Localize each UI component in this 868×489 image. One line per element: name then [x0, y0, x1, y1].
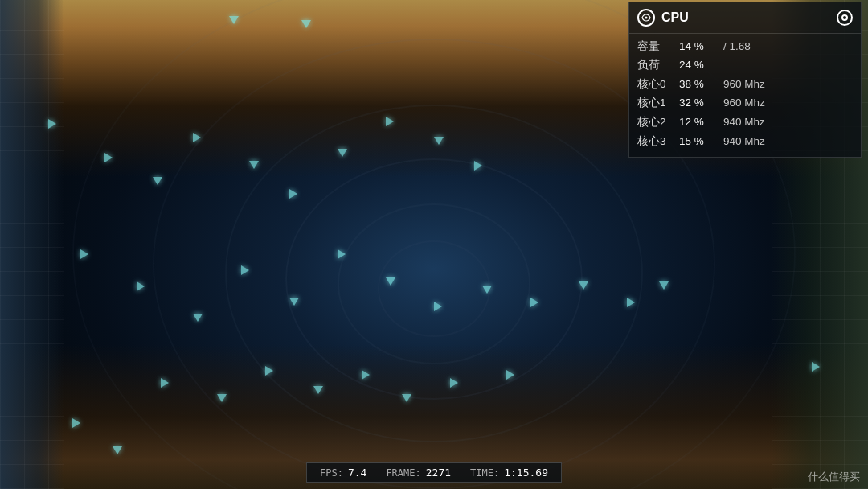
particle-25 — [161, 378, 169, 388]
cpu-row-extra-2: 960 Mhz — [723, 76, 765, 93]
cpu-row-value-5: 15 % — [679, 133, 723, 150]
particle-27 — [265, 366, 273, 376]
particle-1 — [301, 20, 311, 28]
particle-26 — [217, 394, 227, 402]
watermark-text: 什么值得买 — [808, 471, 860, 483]
cpu-row-5: 核心3 15 % 940 Mhz — [637, 132, 853, 151]
cpu-panel-header: CPU — [629, 2, 861, 34]
particle-8 — [338, 149, 347, 157]
cpu-row-1: 负荷 24 % — [637, 55, 853, 75]
record-icon[interactable] — [837, 10, 853, 26]
cpu-row-extra-4: 940 Mhz — [723, 113, 765, 131]
particle-23 — [627, 298, 635, 307]
cpu-row-extra-3: 960 Mhz — [723, 94, 765, 112]
fps-label: FPS: — [320, 467, 343, 479]
particle-14 — [193, 314, 203, 322]
particle-24 — [659, 281, 669, 290]
particle-17 — [338, 249, 346, 259]
fps-item: FPS: 7.4 — [320, 466, 366, 479]
particle-33 — [113, 446, 122, 454]
cpu-row-value-0: 14 % — [679, 38, 723, 55]
cpu-row-4: 核心2 12 % 940 Mhz — [637, 113, 853, 132]
time-item: TIME: 1:15.69 — [470, 466, 548, 479]
particle-35 — [812, 362, 820, 372]
cpu-panel: CPU 容量 14 % / 1.68 负荷 24 % 核心0 38 % 960 … — [628, 2, 862, 158]
particle-31 — [450, 378, 458, 388]
particle-4 — [153, 177, 162, 185]
particle-13 — [137, 281, 145, 291]
particle-22 — [579, 281, 588, 290]
cpu-row-value-3: 32 % — [679, 94, 723, 112]
particle-34 — [506, 370, 514, 380]
particle-15 — [241, 265, 249, 275]
cpu-row-label-5: 核心3 — [637, 133, 679, 150]
side-panel-left — [0, 0, 64, 489]
cpu-row-3: 核心1 32 % 960 Mhz — [637, 93, 853, 113]
cpu-monitor-icon — [637, 9, 655, 27]
particle-19 — [434, 302, 442, 311]
cpu-row-0: 容量 14 % / 1.68 — [637, 37, 853, 56]
particle-11 — [474, 161, 482, 171]
particle-21 — [530, 298, 538, 307]
particle-6 — [249, 161, 259, 169]
particle-7 — [289, 189, 297, 199]
cpu-row-label-2: 核心0 — [637, 76, 679, 93]
particle-3 — [104, 153, 113, 162]
particle-29 — [362, 370, 370, 380]
fps-value: 7.4 — [348, 466, 366, 479]
particle-18 — [386, 277, 395, 286]
particle-32 — [72, 418, 80, 428]
cpu-title: CPU — [661, 7, 689, 28]
particle-30 — [402, 394, 411, 402]
watermark: 什么值得买 — [808, 470, 860, 484]
cpu-row-label-3: 核心1 — [637, 94, 679, 112]
particle-16 — [289, 298, 299, 306]
cpu-row-value-1: 24 % — [679, 56, 723, 74]
particle-10 — [434, 137, 444, 145]
particle-12 — [80, 249, 88, 259]
cpu-row-extra-0: / 1.68 — [723, 38, 751, 55]
status-bar: FPS: 7.4 FRAME: 2271 TIME: 1:15.69 — [306, 462, 562, 483]
frame-item: FRAME: 2271 — [386, 466, 451, 479]
frame-label: FRAME: — [386, 467, 420, 479]
cpu-row-extra-5: 940 Mhz — [723, 133, 765, 150]
cpu-row-label-1: 负荷 — [637, 56, 679, 74]
cpu-body: 容量 14 % / 1.68 负荷 24 % 核心0 38 % 960 Mhz … — [629, 34, 861, 158]
record-inner — [841, 14, 848, 21]
particle-2 — [48, 119, 56, 129]
time-value: 1:15.69 — [504, 466, 548, 479]
time-label: TIME: — [470, 467, 499, 479]
cpu-row-value-2: 38 % — [679, 76, 723, 93]
frame-value: 2271 — [426, 466, 451, 479]
particle-28 — [313, 386, 323, 394]
particle-5 — [193, 133, 201, 142]
particle-20 — [482, 286, 492, 294]
cpu-row-label-4: 核心2 — [637, 113, 679, 131]
cpu-row-2: 核心0 38 % 960 Mhz — [637, 75, 853, 94]
particle-9 — [386, 117, 394, 126]
cpu-row-value-4: 12 % — [679, 113, 723, 131]
svg-point-0 — [645, 16, 648, 18]
cpu-row-label-0: 容量 — [637, 38, 679, 55]
cpu-header-left: CPU — [637, 7, 689, 28]
tunnel-ring-6 — [378, 240, 490, 337]
particle-0 — [229, 16, 239, 24]
